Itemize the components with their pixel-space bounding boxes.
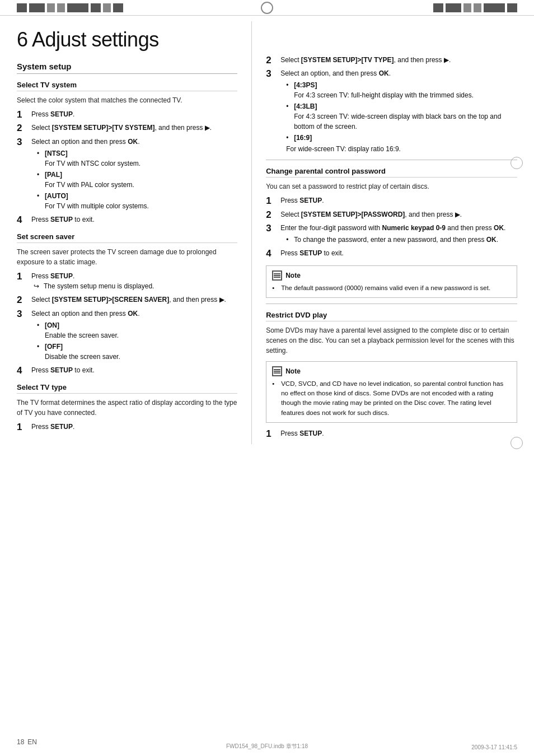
block-2 bbox=[29, 3, 45, 12]
ss-step-num-1: 1 bbox=[17, 271, 31, 282]
parental-step-4: 4 Press SETUP to exit. bbox=[266, 248, 517, 259]
parental-step-2: 2 Select [SYSTEM SETUP]>[PASSWORD], and … bbox=[266, 209, 517, 221]
note-icon-restrict bbox=[272, 366, 282, 376]
step-num-4: 4 bbox=[17, 214, 31, 226]
bullet-dot-2: • bbox=[37, 170, 45, 180]
ss-step-1-arrow: ↪ The system setup menu is displayed. bbox=[34, 281, 237, 291]
note-text-parental: The default password (0000) remains vali… bbox=[281, 283, 490, 293]
bullet-43lb: • [4:3LB]For 4:3 screen TV: wide-screen … bbox=[286, 101, 517, 132]
restrict-dvd-steps: 1 Press SETUP. bbox=[266, 428, 517, 440]
ss-step-num-4: 4 bbox=[17, 365, 31, 376]
note-box-restrict: Note • VCD, SVCD, and CD have no level i… bbox=[266, 361, 517, 423]
right-column: 2 Select [SYSTEM SETUP]>[TV TYPE], and t… bbox=[252, 21, 517, 444]
section-system-setup-title: System setup bbox=[17, 62, 237, 74]
bullet-text-off: [OFF]Disable the screen saver. bbox=[45, 342, 120, 362]
restrict-step-num-1: 1 bbox=[266, 428, 280, 440]
ss-step-num-2: 2 bbox=[17, 295, 31, 306]
step-3-content: Select an option and then press OK. • [N… bbox=[31, 137, 237, 212]
note-bullet-dot-restrict: • bbox=[272, 379, 278, 389]
tv-system-bullets: • [NTSC]For TV with NTSC color system. •… bbox=[37, 148, 237, 211]
bullet-dot-169: • bbox=[286, 133, 294, 143]
note-label-parental: Note bbox=[285, 270, 301, 281]
bullet-change-pw: • To change the password, enter a new pa… bbox=[286, 235, 517, 245]
tv-system-description: Select the color system that matches the… bbox=[17, 95, 237, 105]
parental-step-1: 1 Press SETUP. bbox=[266, 195, 517, 207]
tv-system-steps: 1 Press SETUP. 2 Select [SYSTEM SETUP]>[… bbox=[17, 109, 237, 226]
ss-step-1-content: Press SETUP. ↪ The system setup menu is … bbox=[31, 271, 237, 292]
bullet-dot-pw: • bbox=[286, 235, 294, 245]
right-circle-2 bbox=[510, 437, 523, 449]
note-bullet-dot-parental: • bbox=[272, 283, 278, 293]
step-num-1: 1 bbox=[17, 109, 31, 120]
ss-step-num-3: 3 bbox=[17, 309, 31, 320]
screen-saver-steps: 1 Press SETUP. ↪ The system setup menu i… bbox=[17, 271, 237, 376]
ss-bullets: • [ON]Enable the screen saver. • [OFF]Di… bbox=[37, 320, 237, 362]
parental-step-num-1: 1 bbox=[266, 195, 280, 207]
tv-type-continued-steps: 2 Select [SYSTEM SETUP]>[TV TYPE], and t… bbox=[266, 55, 517, 154]
tv-system-step-3: 3 Select an option and then press OK. • … bbox=[17, 137, 237, 212]
header-right-blocks bbox=[433, 3, 517, 12]
bullet-dot-43lb: • bbox=[286, 101, 294, 111]
bullet-text-pal: [PAL]For TV with PAL color system. bbox=[45, 170, 134, 190]
parental-step-num-2: 2 bbox=[266, 209, 280, 221]
parental-step-2-content: Select [SYSTEM SETUP]>[PASSWORD], and th… bbox=[280, 209, 517, 220]
note-lines-restrict bbox=[274, 369, 280, 374]
left-column: 6 Adjust settings System setup Select TV… bbox=[17, 21, 252, 444]
tv-type-steps: 1 Press SETUP. bbox=[17, 422, 237, 433]
restrict-dvd-description: Some DVDs may have a parental level assi… bbox=[266, 325, 517, 356]
arrow-sym: ↪ bbox=[34, 281, 44, 291]
page-footer: 18 EN bbox=[17, 738, 37, 746]
bullet-pal: • [PAL]For TV with PAL color system. bbox=[37, 170, 237, 190]
note-box-parental: Note • The default password (0000) remai… bbox=[266, 265, 517, 298]
bullet-on: • [ON]Enable the screen saver. bbox=[37, 320, 237, 340]
block-3 bbox=[47, 3, 55, 12]
note-icon-parental bbox=[272, 270, 282, 281]
block-r1 bbox=[433, 3, 443, 12]
parental-step-num-3: 3 bbox=[266, 223, 280, 234]
bullet-dot-on: • bbox=[37, 320, 45, 330]
divider-parental bbox=[266, 160, 517, 160]
note-line-2 bbox=[274, 275, 280, 276]
tvtype-step-1-content: Press SETUP. bbox=[31, 422, 237, 432]
parental-step-4-content: Press SETUP to exit. bbox=[280, 248, 517, 258]
step-num-3: 3 bbox=[17, 137, 31, 148]
footer-file: FWD154_98_DFU.indb 章节1:18 bbox=[226, 743, 308, 750]
right-circle-1 bbox=[510, 157, 523, 169]
bullet-dot-1: • bbox=[37, 148, 45, 158]
section-parental-title: Change parental control password bbox=[266, 167, 517, 178]
note-header-parental: Note bbox=[272, 270, 511, 281]
ss-step-1: 1 Press SETUP. ↪ The system setup menu i… bbox=[17, 271, 237, 292]
bullet-text-43ps: [4:3PS]For 4:3 screen TV: full-height di… bbox=[294, 80, 474, 100]
note-label-restrict: Note bbox=[285, 366, 301, 376]
note-header-restrict: Note bbox=[272, 366, 511, 376]
block-r4 bbox=[474, 3, 481, 12]
tvtype-step-3: 3 Select an option, and then press OK. •… bbox=[266, 68, 517, 154]
parental-description: You can set a password to restrict play … bbox=[266, 181, 517, 192]
tvtype-bullets: • [4:3PS]For 4:3 screen TV: full-height … bbox=[286, 80, 517, 143]
tv-system-step-2: 2 Select [SYSTEM SETUP]>[TV SYSTEM], and… bbox=[17, 123, 237, 134]
tv-type-description: The TV format determines the aspect rati… bbox=[17, 398, 237, 418]
page-lang: EN bbox=[27, 738, 37, 746]
note-line-r1 bbox=[274, 369, 280, 370]
block-8 bbox=[113, 3, 123, 12]
bullet-dot-off: • bbox=[37, 342, 45, 352]
note-line-1 bbox=[274, 273, 280, 274]
bullet-169: • [16:9] bbox=[286, 133, 517, 143]
tvtype-step-num-3: 3 bbox=[266, 68, 280, 80]
bullet-text-43lb: [4:3LB]For 4:3 screen TV: wide-screen di… bbox=[294, 101, 517, 132]
parental-step-3: 3 Enter the four-digit password with Num… bbox=[266, 223, 517, 246]
block-7 bbox=[103, 3, 111, 12]
parental-step-1-content: Press SETUP. bbox=[280, 195, 517, 206]
chapter-title: 6 Adjust settings bbox=[17, 28, 237, 52]
bullet-dot-3: • bbox=[37, 191, 45, 201]
bullet-43ps: • [4:3PS]For 4:3 screen TV: full-height … bbox=[286, 80, 517, 100]
restrict-step-1: 1 Press SETUP. bbox=[266, 428, 517, 440]
bullet-text-ntsc: [NTSC]For TV with NTSC color system. bbox=[45, 148, 140, 169]
tvtype-step-num-1: 1 bbox=[17, 422, 31, 433]
step-2-content: Select [SYSTEM SETUP]>[TV SYSTEM], and t… bbox=[31, 123, 237, 133]
parental-step-3-content: Enter the four-digit password with Numer… bbox=[280, 223, 517, 246]
note-line-r3 bbox=[274, 372, 280, 374]
bullet-text-169: [16:9] bbox=[294, 133, 312, 143]
tvtype-step-2-content: Select [SYSTEM SETUP]>[TV TYPE], and the… bbox=[280, 55, 517, 65]
chapter-number: 6 Adjust settings bbox=[17, 28, 159, 51]
